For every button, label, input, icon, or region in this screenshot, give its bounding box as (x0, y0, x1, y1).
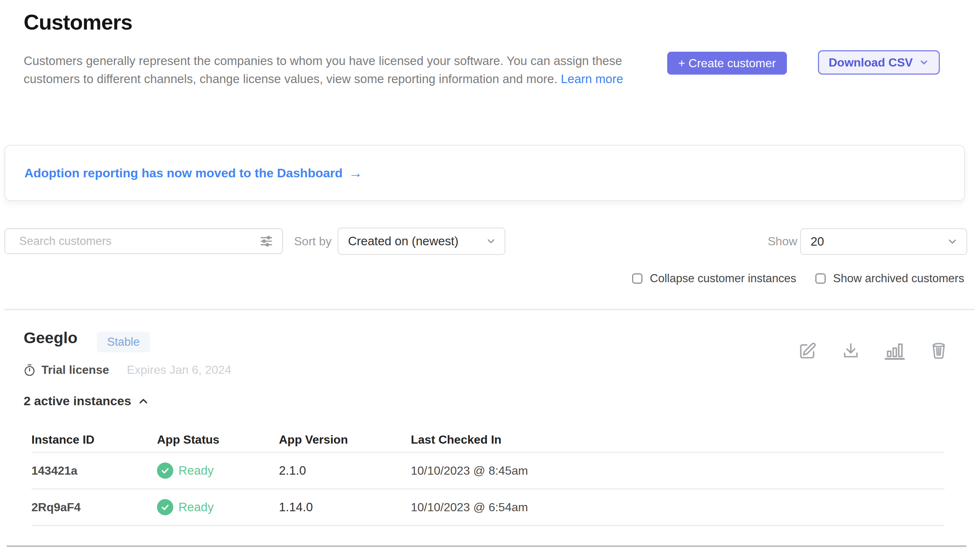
instances-count-label: 2 active instances (23, 394, 131, 408)
chevron-down-icon (919, 57, 929, 68)
app-status: Ready (157, 462, 279, 479)
status-label: Ready (178, 463, 213, 478)
sort-select[interactable]: Created on (newest) (338, 228, 505, 255)
instance-id: 2Rq9aF4 (32, 500, 157, 514)
license-expiry: Expires Jan 6, 2024 (127, 363, 231, 377)
customer-name: Geeglo (23, 329, 78, 347)
download-csv-button[interactable]: Download CSV (818, 50, 940, 75)
license-row: Trial license Expires Jan 6, 2024 (23, 363, 231, 377)
page-title: Customers (23, 10, 132, 34)
bar-chart-icon (884, 341, 905, 360)
app-version: 1.14.0 (279, 500, 411, 514)
show-label: Show (768, 228, 797, 254)
sort-by-label: Sort by (294, 228, 331, 254)
header-last-checked-in: Last Checked In (411, 433, 945, 447)
download-icon (842, 342, 860, 360)
instances-toggle[interactable]: 2 active instances (23, 394, 150, 408)
search-box[interactable] (5, 228, 283, 254)
show-archived-checkbox[interactable]: Show archived customers (816, 272, 964, 285)
reporting-button[interactable] (884, 341, 905, 360)
create-customer-button[interactable]: + Create customer (667, 52, 787, 75)
chevron-up-icon (137, 395, 150, 407)
section-divider (5, 309, 974, 310)
arrow-right-icon: → (349, 165, 362, 181)
show-select[interactable]: 20 (800, 228, 967, 255)
stopwatch-icon (23, 363, 36, 377)
status-label: Ready (178, 500, 213, 514)
check-circle-icon (157, 462, 173, 479)
learn-more-link[interactable]: Learn more (561, 72, 623, 86)
table-header-row: Instance ID App Status App Version Last … (32, 428, 945, 453)
customer-actions (798, 341, 948, 360)
checkbox-icon[interactable] (816, 273, 826, 284)
checkbox-icon[interactable] (632, 273, 642, 284)
header-instance-id: Instance ID (32, 433, 157, 447)
delete-customer-button[interactable] (929, 341, 948, 360)
adoption-banner[interactable]: Adoption reporting has now moved to the … (5, 145, 965, 201)
download-customer-button[interactable] (842, 342, 860, 360)
collapse-instances-label: Collapse customer instances (650, 272, 796, 285)
adoption-banner-link[interactable]: Adoption reporting has now moved to the … (24, 166, 342, 180)
show-archived-label: Show archived customers (833, 272, 964, 285)
license-type: Trial license (42, 363, 109, 377)
channel-badge: Stable (97, 332, 150, 352)
header-app-version: App Version (279, 433, 411, 447)
download-csv-label: Download CSV (829, 56, 913, 70)
table-row: 2Rq9aF4 Ready 1.14.0 10/10/2023 @ 6:54am (32, 490, 945, 526)
table-row: 143421a Ready 2.1.0 10/10/2023 @ 8:45am (32, 453, 945, 490)
instance-id: 143421a (32, 464, 157, 478)
page-description: Customers generally represent the compan… (23, 52, 629, 88)
last-checked-in: 10/10/2023 @ 8:45am (411, 464, 945, 478)
collapse-instances-checkbox[interactable]: Collapse customer instances (632, 272, 796, 285)
chevron-down-icon (485, 236, 497, 247)
filter-sliders-icon[interactable] (259, 233, 274, 249)
edit-icon (798, 341, 817, 360)
app-status: Ready (157, 499, 279, 515)
check-circle-icon (157, 499, 173, 515)
instances-table: Instance ID App Status App Version Last … (32, 428, 945, 526)
chevron-down-icon (946, 236, 958, 247)
show-select-value: 20 (811, 235, 824, 248)
page-description-text: Customers generally represent the compan… (23, 54, 622, 86)
search-input[interactable] (5, 229, 259, 253)
app-version: 2.1.0 (279, 463, 411, 478)
trash-icon (929, 341, 948, 360)
card-divider (7, 545, 966, 547)
header-app-status: App Status (157, 433, 279, 447)
edit-customer-button[interactable] (798, 341, 817, 360)
sort-select-value: Created on (newest) (348, 234, 459, 248)
last-checked-in: 10/10/2023 @ 6:54am (411, 500, 945, 514)
